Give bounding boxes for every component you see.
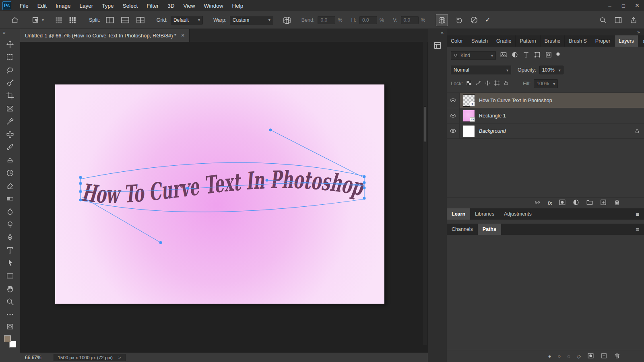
- tab-close-icon[interactable]: ×: [181, 32, 184, 39]
- lock-all-icon[interactable]: [503, 80, 509, 88]
- filter-switch-icon[interactable]: [556, 52, 560, 56]
- close-button[interactable]: ×: [630, 0, 644, 11]
- visibility-eye-icon[interactable]: [447, 108, 460, 123]
- lock-transparency-icon[interactable]: [466, 80, 472, 88]
- filter-shape-icon[interactable]: [534, 51, 541, 60]
- eraser-tool-icon[interactable]: [5, 181, 15, 191]
- layer-effects-icon[interactable]: fx: [547, 200, 552, 206]
- reset-icon[interactable]: [454, 16, 463, 25]
- visibility-eye-icon[interactable]: [447, 123, 460, 138]
- tab-gradients[interactable]: Gradie: [492, 35, 516, 47]
- visibility-eye-icon[interactable]: [447, 93, 460, 108]
- grid-dots-icon[interactable]: [68, 16, 77, 25]
- warp-control-point[interactable]: [79, 190, 82, 193]
- edit-toolbar-icon[interactable]: [5, 310, 15, 319]
- tab-brushes[interactable]: Brushe: [541, 35, 565, 47]
- warp-handle-point[interactable]: [159, 241, 162, 244]
- tab-paths[interactable]: Paths: [478, 224, 501, 235]
- menu-edit[interactable]: Edit: [33, 0, 51, 11]
- search-icon[interactable]: [599, 16, 607, 24]
- warp-tool-preset-icon[interactable]: [31, 16, 40, 25]
- new-group-icon[interactable]: [586, 199, 593, 208]
- maximize-button[interactable]: □: [617, 0, 630, 11]
- share-icon[interactable]: [630, 16, 638, 24]
- delete-layer-icon[interactable]: [613, 199, 621, 208]
- zoom-tool-icon[interactable]: [5, 297, 15, 306]
- panel-menu-icon[interactable]: ≡: [638, 35, 644, 47]
- menu-select[interactable]: Select: [118, 0, 142, 11]
- h-input[interactable]: 0.0: [359, 16, 377, 24]
- gradient-tool-icon[interactable]: [5, 194, 15, 204]
- warp-control-point[interactable]: [79, 199, 82, 202]
- healing-brush-tool-icon[interactable]: [5, 130, 15, 139]
- quick-selection-tool-icon[interactable]: [5, 78, 15, 88]
- cancel-icon[interactable]: [470, 16, 479, 25]
- layer-row-rectangle[interactable]: ▭ Rectangle 1: [447, 108, 644, 123]
- layer-filter-select[interactable]: Kind ▾: [451, 51, 496, 60]
- move-tool-icon[interactable]: [5, 39, 15, 49]
- new-layer-icon[interactable]: [600, 199, 607, 208]
- home-icon[interactable]: [10, 16, 19, 25]
- path-selection-tool-icon[interactable]: [5, 258, 15, 268]
- warp-control-point[interactable]: [363, 197, 366, 200]
- minimize-button[interactable]: –: [603, 0, 617, 11]
- tab-libraries[interactable]: Libraries: [470, 208, 499, 220]
- tab-properties[interactable]: Proper: [591, 35, 615, 47]
- layer-thumbnail[interactable]: [463, 125, 475, 137]
- filter-smart-object-icon[interactable]: [545, 51, 552, 60]
- warp-style-select[interactable]: Custom ▾: [230, 16, 273, 25]
- fill-path-icon[interactable]: ●: [548, 353, 551, 359]
- toolbar-expand-icon[interactable]: »: [0, 29, 6, 36]
- grid-select[interactable]: Default ▾: [171, 16, 203, 25]
- collapse-panels-icon[interactable]: »: [637, 29, 640, 35]
- warp-control-point[interactable]: [79, 182, 82, 185]
- filter-adjustment-icon[interactable]: [511, 51, 518, 60]
- collapsed-panel-icon[interactable]: [433, 41, 442, 51]
- menu-layer[interactable]: Layer: [75, 0, 98, 11]
- panel-menu-icon[interactable]: ≡: [631, 208, 644, 220]
- warp-control-point[interactable]: [363, 181, 366, 184]
- warp-control-point[interactable]: [186, 187, 189, 190]
- warp-control-point[interactable]: [363, 175, 366, 178]
- menu-image[interactable]: Image: [51, 0, 75, 11]
- lasso-tool-icon[interactable]: [5, 65, 15, 75]
- marquee-tool-icon[interactable]: [5, 52, 15, 62]
- tab-learn[interactable]: Learn: [447, 208, 470, 220]
- menu-file[interactable]: File: [15, 0, 33, 11]
- bend-input[interactable]: 0.0: [318, 16, 335, 24]
- eyedropper-tool-icon[interactable]: [5, 117, 15, 126]
- layer-row-text[interactable]: T How To Curve Text In Photoshop: [447, 93, 644, 108]
- add-mask-icon[interactable]: [587, 352, 594, 360]
- tool-preset-chevron-icon[interactable]: ▾: [42, 18, 44, 22]
- rectangle-tool-icon[interactable]: [5, 271, 15, 281]
- split-vertical-icon[interactable]: [105, 16, 115, 24]
- brush-tool-icon[interactable]: [5, 142, 15, 152]
- clone-stamp-tool-icon[interactable]: [5, 155, 15, 165]
- lock-pixels-icon[interactable]: [475, 80, 481, 88]
- status-chevron-icon[interactable]: >: [118, 355, 121, 360]
- crop-tool-icon[interactable]: [5, 91, 15, 101]
- panel-menu-icon[interactable]: ≡: [631, 224, 644, 235]
- history-brush-tool-icon[interactable]: [5, 168, 15, 178]
- tab-color[interactable]: Color: [447, 35, 467, 47]
- quick-mask-icon[interactable]: [5, 322, 15, 331]
- add-mask-icon[interactable]: [559, 199, 566, 208]
- split-both-icon[interactable]: [136, 16, 145, 24]
- tab-channels[interactable]: Channels: [447, 224, 478, 235]
- canvas-scrollbar[interactable]: [423, 42, 427, 345]
- opacity-select[interactable]: 100% ▾: [539, 66, 564, 74]
- expand-panels-icon[interactable]: «: [441, 29, 447, 35]
- menu-view[interactable]: View: [179, 0, 199, 11]
- warp-orientation-icon[interactable]: [282, 15, 292, 25]
- split-horizontal-icon[interactable]: [120, 16, 130, 24]
- stroke-path-icon[interactable]: ○: [557, 353, 561, 359]
- adjustment-layer-icon[interactable]: [572, 199, 580, 208]
- pen-tool-icon[interactable]: [5, 232, 15, 242]
- layer-thumbnail[interactable]: T: [463, 95, 475, 107]
- frame-tool-icon[interactable]: [5, 104, 15, 113]
- make-work-path-icon[interactable]: ◇: [577, 353, 581, 359]
- workspace-icon[interactable]: [614, 16, 622, 24]
- type-tool-icon[interactable]: [5, 245, 15, 255]
- warped-text[interactable]: How To Curve Text In Photoshop: [80, 165, 367, 208]
- warp-mode-toggle[interactable]: [436, 14, 448, 26]
